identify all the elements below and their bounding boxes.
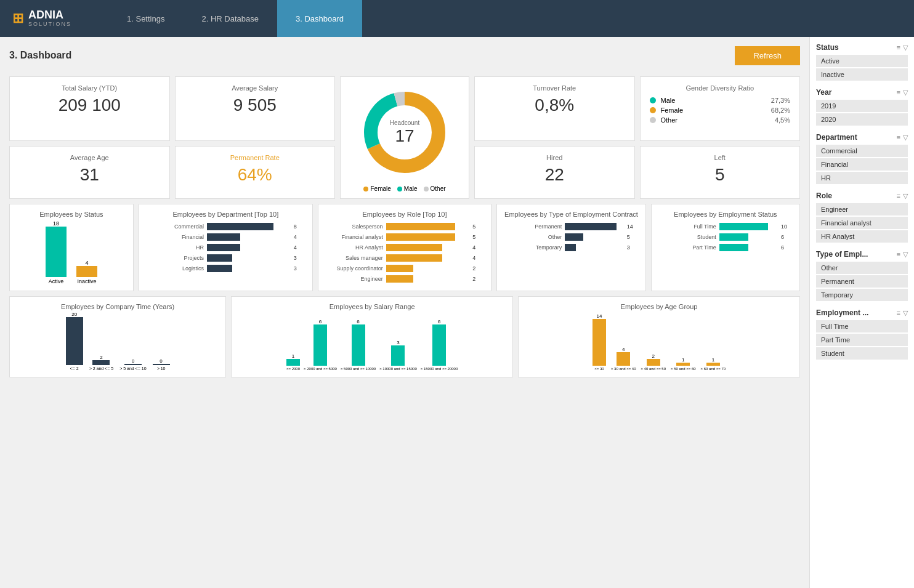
ct-bar-2to5: 2 > 2 and <= 5	[89, 355, 114, 371]
avg-age-card: Average Age 31	[9, 146, 170, 199]
main-area: 3. Dashboard Refresh Total Salary (YTD) …	[0, 37, 809, 588]
main-nav: 1. Settings 2. HR Database 3. Dashboard	[108, 0, 362, 37]
active-bar	[46, 227, 67, 277]
dept-bar-projects	[207, 254, 291, 262]
other-gender-pct: 4,5%	[775, 116, 790, 124]
dept-filter-sort-icon[interactable]: ≡	[897, 134, 900, 142]
total-salary-label: Total Salary (YTD)	[19, 84, 160, 92]
male-gender-name: Male	[661, 97, 766, 104]
type-empl-sort-icon[interactable]: ≡	[897, 251, 900, 259]
dept-name-financial: Financial	[148, 234, 204, 240]
gender-row-female: Female 68,2%	[650, 107, 791, 114]
type-empl-filter-temporary[interactable]: Temporary	[816, 289, 908, 301]
active-bar-value: 18	[53, 220, 59, 227]
contract-name-other: Other	[506, 234, 562, 240]
other-label: Other	[431, 185, 446, 192]
sal-bar-2to5k: 6 > 2000 and <= 5000	[304, 319, 337, 371]
donut-chart: Headcount 17	[355, 83, 454, 182]
company-time-title: Employees by Company Time (Years)	[16, 303, 219, 310]
contract-val-permanent: 14	[627, 224, 636, 230]
dept-filter-hr[interactable]: HR	[816, 172, 908, 184]
age-lbl-50to60: > 50 and <= 60	[671, 367, 696, 371]
dept-val-projects: 3	[294, 255, 303, 261]
role-filter-hr-analyst[interactable]: HR Analyst	[816, 230, 908, 243]
company-time-chart-card: Employees by Company Time (Years) 20 <= …	[9, 296, 226, 377]
role-filter-funnel-icon[interactable]: ▽	[903, 192, 908, 200]
age-bar-60to70: 1 > 60 and <= 70	[701, 357, 726, 371]
headcount-label: Headcount	[390, 119, 419, 126]
sal-lbl-2to5k: > 2000 and <= 5000	[304, 367, 337, 371]
role-bar-salesperson	[386, 223, 470, 230]
inactive-bar-value: 4	[85, 260, 88, 266]
role-val-supply: 2	[472, 265, 482, 272]
type-empl-filter-title: Type of Empl...	[816, 250, 868, 259]
permanent-rate-label: Permanent Rate	[185, 154, 326, 161]
refresh-button[interactable]: Refresh	[735, 46, 800, 65]
employment-sort-icon[interactable]: ≡	[897, 309, 900, 317]
status-filter-icons: ≡ ▽	[897, 44, 908, 52]
role-filter-engineer[interactable]: Engineer	[816, 203, 908, 215]
dept-filter-funnel-icon[interactable]: ▽	[903, 134, 908, 142]
dept-filter-financial[interactable]: Financial	[816, 158, 908, 171]
emp-status-row-student: Student 6	[661, 233, 790, 241]
turnover-value: 0,8%	[484, 95, 625, 115]
year-filter-2019[interactable]: 2019	[816, 100, 908, 112]
employment-funnel-icon[interactable]: ▽	[903, 309, 908, 317]
emp-status-bar-fulltime	[719, 223, 778, 230]
employment-filter-fulltime[interactable]: Full Time	[816, 320, 908, 332]
dept-filter: Department ≡ ▽ Commercial Financial HR	[816, 133, 908, 184]
inactive-bar-label: Inactive	[77, 278, 96, 284]
age-val-50to60: 1	[682, 357, 684, 363]
year-filter-2020[interactable]: 2020	[816, 113, 908, 126]
contract-name-permanent: Permanent	[506, 224, 562, 230]
role-row-engineer: Engineer 2	[328, 275, 482, 283]
emp-status-name-fulltime: Full Time	[661, 224, 716, 230]
nav-hr-database[interactable]: 2. HR Database	[183, 0, 277, 37]
age-val-60to70: 1	[712, 357, 714, 363]
role-filter-fin-analyst[interactable]: Financial analyst	[816, 217, 908, 229]
employment-filter-parttime[interactable]: Part Time	[816, 334, 908, 346]
emp-status-bar-fill-parttime	[719, 244, 749, 251]
permanent-rate-value: 64%	[185, 165, 326, 185]
contract-chart-card: Employees by Type of Employment Contract…	[496, 204, 645, 291]
type-empl-filter-icons: ≡ ▽	[897, 251, 908, 259]
male-gender-pct: 27,3%	[771, 97, 790, 104]
inactive-bar	[76, 266, 97, 277]
dept-filter-icons: ≡ ▽	[897, 134, 908, 142]
emp-status-hbar-chart: Full Time 10 Student 6 Par	[658, 223, 793, 251]
type-empl-filter-permanent[interactable]: Permanent	[816, 275, 908, 288]
status-filter-sort-icon[interactable]: ≡	[897, 44, 900, 52]
year-filter-funnel-icon[interactable]: ▽	[903, 89, 908, 97]
contract-row-other: Other 5	[506, 233, 636, 241]
role-filter-sort-icon[interactable]: ≡	[897, 192, 900, 200]
legend-male: Male	[397, 185, 418, 192]
hired-card: Hired 22	[474, 146, 635, 199]
type-empl-filter-header: Type of Empl... ≡ ▽	[816, 250, 908, 259]
emp-status-row-parttime: Part Time 6	[661, 244, 790, 251]
female-label: Female	[370, 185, 390, 192]
sal-bar-15to20k: 6 > 15000 and <= 20000	[421, 319, 458, 371]
male-label: Male	[404, 185, 418, 192]
ct-bar-fill-lte2	[66, 317, 83, 365]
dept-filter-commercial[interactable]: Commercial	[816, 145, 908, 157]
status-bar-chart: 18 Active 4 Inactive	[16, 223, 127, 284]
status-filter-funnel-icon[interactable]: ▽	[903, 44, 908, 52]
year-filter-sort-icon[interactable]: ≡	[897, 89, 900, 97]
male-dot	[397, 187, 402, 191]
type-empl-funnel-icon[interactable]: ▽	[903, 251, 908, 259]
ct-val-gt10: 0	[160, 358, 162, 364]
age-bar-fill-50to60	[676, 363, 690, 366]
contract-row-permanent: Permanent 14	[506, 223, 636, 230]
role-bar-engineer	[386, 275, 470, 283]
employment-filter-student[interactable]: Student	[816, 347, 908, 360]
role-bar-supply	[386, 265, 470, 272]
logo-sub: SOLUTIONS	[28, 22, 71, 28]
role-bar-hr-analyst	[386, 244, 470, 251]
status-chart-title: Employees by Status	[16, 211, 127, 218]
status-filter-active[interactable]: Active	[816, 55, 908, 67]
status-filter-inactive[interactable]: Inactive	[816, 68, 908, 81]
avg-age-label: Average Age	[19, 154, 160, 161]
type-empl-filter-other[interactable]: Other	[816, 262, 908, 274]
nav-settings[interactable]: 1. Settings	[108, 0, 183, 37]
nav-dashboard[interactable]: 3. Dashboard	[277, 0, 362, 37]
